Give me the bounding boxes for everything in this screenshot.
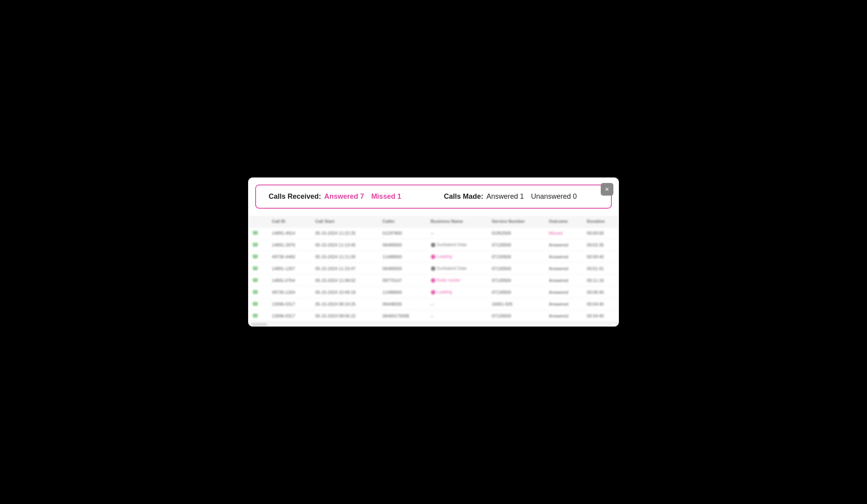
col-duration: Duration bbox=[583, 216, 619, 227]
table-row: ☎ 14891-0764 05-15-2024 11:08:02 0877014… bbox=[248, 274, 619, 286]
row-outcome: Missed bbox=[545, 227, 583, 239]
answered-value: Answered 7 bbox=[324, 192, 364, 201]
row-call-start: 05-15-2024 11:10:47 bbox=[311, 263, 379, 274]
row-caller: 01297800 bbox=[379, 227, 427, 239]
row-call-start: 05-15-2024 10:49:18 bbox=[311, 286, 379, 298]
row-call-start: 05-15-2024 08:19:25 bbox=[311, 298, 379, 310]
row-icon: ☎ bbox=[248, 227, 268, 239]
row-service-number: 07130500 bbox=[488, 286, 545, 298]
row-icon: ☎ bbox=[248, 251, 268, 263]
row-call-id: 14891-2876 bbox=[268, 239, 311, 251]
calls-made-section: Calls Made: Answered 1 Unanswered 0 bbox=[444, 192, 577, 201]
row-caller: 06460175008 bbox=[379, 310, 427, 322]
scrollbar-thumb[interactable] bbox=[251, 323, 267, 326]
row-outcome: Answered bbox=[545, 263, 583, 274]
main-container: ✕ Calls Received: Answered 7 Missed 1 Ca… bbox=[248, 177, 619, 327]
row-duration: 00:34:40 bbox=[583, 310, 619, 322]
col-call-id: Call ID bbox=[268, 216, 311, 227]
row-duration: 00:00:00 bbox=[583, 227, 619, 239]
col-call-start: Call Start bbox=[311, 216, 379, 227]
row-icon: ☎ bbox=[248, 239, 268, 251]
row-caller: 08770147 bbox=[379, 274, 427, 286]
table-row: ☎ 49730-4460 05-15-2024 11:11:05 1148860… bbox=[248, 251, 619, 263]
row-caller: 11488600 bbox=[379, 286, 427, 298]
row-icon: ☎ bbox=[248, 298, 268, 310]
row-duration: 00:04:40 bbox=[583, 298, 619, 310]
row-business: -- bbox=[427, 227, 488, 239]
row-duration: 00:11:16 bbox=[583, 274, 619, 286]
row-outcome: Answered bbox=[545, 239, 583, 251]
col-icon bbox=[248, 216, 268, 227]
row-call-start: 05-15-2024 11:11:05 bbox=[311, 251, 379, 263]
row-outcome: Answered bbox=[545, 274, 583, 286]
row-outcome: Answered bbox=[545, 286, 583, 298]
row-duration: 00:01:41 bbox=[583, 263, 619, 274]
row-service-number: 07130500 bbox=[488, 274, 545, 286]
phone-icon: ☎ bbox=[252, 265, 258, 271]
row-call-id: 14891-0764 bbox=[268, 274, 311, 286]
horizontal-scrollbar[interactable] bbox=[248, 322, 619, 327]
row-caller: 06448035 bbox=[379, 298, 427, 310]
close-button[interactable]: ✕ bbox=[601, 183, 613, 196]
row-business: ⬤ Sunbaked Data bbox=[427, 263, 488, 274]
phone-icon: ☎ bbox=[252, 313, 258, 319]
row-call-id: 13096-0317 bbox=[268, 310, 311, 322]
row-outcome: Answered bbox=[545, 251, 583, 263]
row-duration: 00:08:40 bbox=[583, 286, 619, 298]
phone-icon: ☎ bbox=[252, 277, 258, 283]
row-business: ⬤ Loading bbox=[427, 286, 488, 298]
row-icon: ☎ bbox=[248, 274, 268, 286]
row-call-start: 05-15-2024 11:13:45 bbox=[311, 239, 379, 251]
row-business: ⬤ Loading bbox=[427, 251, 488, 263]
calls-table-area: Call ID Call Start Caller Business Name … bbox=[248, 216, 619, 327]
row-business: ⬤ Ruby runner bbox=[427, 274, 488, 286]
row-call-id: 49730-4460 bbox=[268, 251, 311, 263]
table-row: ☎ 14891-2876 05-15-2024 11:13:45 0648950… bbox=[248, 239, 619, 251]
row-icon: ☎ bbox=[248, 310, 268, 322]
close-icon: ✕ bbox=[605, 186, 609, 192]
row-call-id: 14891-1267 bbox=[268, 263, 311, 274]
row-duration: 00:02:35 bbox=[583, 239, 619, 251]
table-row: ☎ 13096-0317 05-15-2024 08:06:22 0646017… bbox=[248, 310, 619, 322]
calls-made-label: Calls Made: bbox=[444, 192, 483, 201]
row-service-number: 07130500 bbox=[488, 310, 545, 322]
row-call-start: 05-15-2024 08:06:22 bbox=[311, 310, 379, 322]
calls-made-answered: Answered 1 bbox=[486, 192, 524, 201]
row-icon: ☎ bbox=[248, 286, 268, 298]
table-row: ☎ 14891-4914 05-15-2024 11:22:25 0129780… bbox=[248, 227, 619, 239]
row-business: -- bbox=[427, 298, 488, 310]
row-service-number: 07130500 bbox=[488, 263, 545, 274]
phone-icon: ☎ bbox=[252, 254, 258, 259]
table-header-row: Call ID Call Start Caller Business Name … bbox=[248, 216, 619, 227]
phone-icon: ☎ bbox=[252, 301, 258, 307]
row-call-id: 13096-0317 bbox=[268, 298, 311, 310]
row-call-id: 14891-4914 bbox=[268, 227, 311, 239]
phone-icon: ☎ bbox=[252, 289, 258, 295]
row-service-number: 07130500 bbox=[488, 251, 545, 263]
table-row: ☎ 49730-1264 05-15-2024 10:49:18 1148860… bbox=[248, 286, 619, 298]
row-call-start: 05-15-2024 11:22:25 bbox=[311, 227, 379, 239]
row-caller: 06489500 bbox=[379, 263, 427, 274]
calls-received-section: Calls Received: Answered 7 Missed 1 bbox=[269, 192, 401, 201]
col-caller: Caller bbox=[379, 216, 427, 227]
row-outcome: Answered bbox=[545, 310, 583, 322]
calls-received-label: Calls Received: bbox=[269, 192, 321, 201]
row-icon: ☎ bbox=[248, 263, 268, 274]
phone-icon: ☎ bbox=[252, 242, 258, 248]
row-business: ⬤ Sunbaked Data bbox=[427, 239, 488, 251]
col-service-number: Service Number bbox=[488, 216, 545, 227]
table-row: ☎ 13096-0317 05-15-2024 08:19:25 0644803… bbox=[248, 298, 619, 310]
row-business: -- bbox=[427, 310, 488, 322]
row-duration: 00:09:40 bbox=[583, 251, 619, 263]
row-outcome: Answered bbox=[545, 298, 583, 310]
row-service-number: 07130500 bbox=[488, 239, 545, 251]
row-service-number: 01952500 bbox=[488, 227, 545, 239]
calls-made-unanswered: Unanswered 0 bbox=[531, 192, 577, 201]
row-call-id: 49730-1264 bbox=[268, 286, 311, 298]
col-business-name: Business Name bbox=[427, 216, 488, 227]
row-call-start: 05-15-2024 11:08:02 bbox=[311, 274, 379, 286]
missed-value: Missed 1 bbox=[371, 192, 401, 201]
phone-icon: ☎ bbox=[252, 230, 258, 236]
calls-table: Call ID Call Start Caller Business Name … bbox=[248, 216, 619, 322]
row-caller: 11488600 bbox=[379, 251, 427, 263]
